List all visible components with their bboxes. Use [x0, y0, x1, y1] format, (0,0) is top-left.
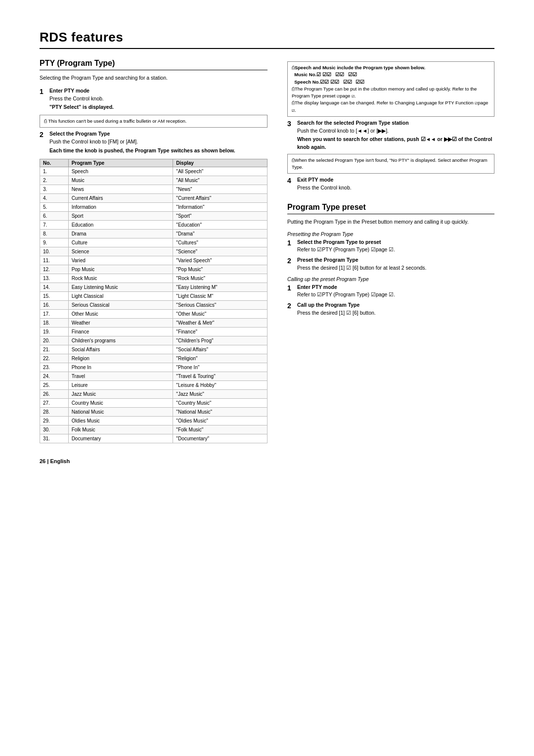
- table-cell-9-2: "Science": [173, 247, 267, 256]
- table-cell-16-2: "Other Music": [173, 309, 267, 318]
- right-note-2: ⎙The Program Type can be put in the ☑but…: [292, 86, 490, 100]
- table-cell-18-2: "Finance": [173, 327, 267, 336]
- step-2-header: Select the Program Type: [49, 130, 267, 138]
- table-row: 29.Oldies Music"Oldies Music": [40, 416, 267, 425]
- table-cell-26-0: 27.: [40, 398, 69, 407]
- step-1-header: Enter PTY mode: [49, 87, 267, 95]
- table-cell-10-0: 11.: [40, 256, 69, 265]
- preset-step-2-number: 2: [287, 256, 295, 265]
- table-row: 15.Light Classical"Light Classic M": [40, 291, 267, 300]
- table-cell-12-0: 13.: [40, 274, 69, 283]
- table-cell-14-0: 15.: [40, 291, 69, 300]
- table-cell-26-1: Country Music: [68, 398, 173, 407]
- table-cell-11-1: Pop Music: [68, 265, 173, 274]
- step-3-line2: When you want to search for other statio…: [297, 136, 494, 151]
- table-row: 1.Speech"All Speech": [40, 167, 267, 176]
- note-icon-1: ⎙: [44, 118, 47, 124]
- table-cell-7-0: 8.: [40, 229, 69, 238]
- table-header-program-type: Program Type: [68, 159, 173, 167]
- table-cell-5-1: Sport: [68, 211, 173, 220]
- table-row: 2.Music"All Music": [40, 176, 267, 185]
- call-step-1-header: Enter PTY mode: [297, 284, 494, 291]
- table-row: 3.News"News": [40, 185, 267, 193]
- table-cell-18-1: Finance: [68, 327, 173, 336]
- step-2-row: 2 Select the Program Type Push the Contr…: [40, 130, 267, 154]
- table-cell-25-1: Jazz Music: [68, 389, 173, 398]
- table-cell-8-1: Culture: [68, 238, 173, 247]
- table-row: 14.Easy Listening Music"Easy Listening M…: [40, 283, 267, 291]
- table-cell-21-1: Religion: [68, 354, 173, 363]
- table-cell-29-2: "Folk Music": [173, 425, 267, 434]
- table-cell-0-2: "All Speech": [173, 167, 267, 176]
- table-cell-6-0: 7.: [40, 220, 69, 229]
- note-box-3: ⎙When the selected Program Type isn't fo…: [287, 154, 494, 174]
- table-cell-29-1: Folk Music: [68, 425, 173, 434]
- preset-step-1-row: 1 Select the Program Type to preset Refe…: [287, 238, 494, 255]
- table-cell-21-2: "Religion": [173, 354, 267, 363]
- table-cell-4-2: "Information": [173, 202, 267, 211]
- call-step-2-header: Call up the Program Type: [297, 301, 494, 309]
- table-row: 4.Current Affairs"Current Affairs": [40, 193, 267, 202]
- table-cell-5-2: "Sport": [173, 211, 267, 220]
- table-cell-12-1: Rock Music: [68, 274, 173, 283]
- preset-step-1-header: Select the Program Type to preset: [297, 238, 494, 246]
- table-cell-19-0: 20.: [40, 336, 69, 345]
- step-3-row: 3 Search for the selected Program Type s…: [287, 119, 494, 151]
- table-row: 6.Sport"Sport": [40, 211, 267, 220]
- table-cell-8-2: "Cultures": [173, 238, 267, 247]
- table-row: 30.Folk Music"Folk Music": [40, 425, 267, 434]
- preset-step-1-line1: Refer to ☑PTY (Program Type) ☑page ☑.: [297, 246, 494, 254]
- table-cell-2-2: "News": [173, 185, 267, 193]
- call-step-2-line1: Press the desired [1] ☑ [6] button.: [297, 309, 494, 317]
- table-cell-22-2: "Phone In": [173, 363, 267, 372]
- right-note-music: Music No.☑ ☑☑ ☑☑ ☑☑: [292, 71, 490, 78]
- step-1-number: 1: [40, 87, 47, 96]
- table-cell-3-0: 4.: [40, 193, 69, 202]
- table-row: 10.Science"Science": [40, 247, 267, 256]
- table-cell-27-0: 28.: [40, 407, 69, 416]
- table-cell-30-2: "Documentary": [173, 434, 267, 443]
- table-row: 17.Other Music"Other Music": [40, 309, 267, 318]
- preset-step-2-row: 2 Preset the Program Type Press the desi…: [287, 256, 494, 273]
- step-2-content: Select the Program Type Push the Control…: [49, 130, 267, 154]
- table-row: 19.Finance"Finance": [40, 327, 267, 336]
- table-row: 7.Education"Education": [40, 220, 267, 229]
- step-2-line1: Push the Control knob to [FM] or [AM].: [49, 138, 267, 146]
- page-footer: 26 | English: [40, 458, 494, 464]
- table-cell-19-2: "Children's Prog": [173, 336, 267, 345]
- note-text-1: This function can't be used during a tra…: [48, 118, 186, 124]
- table-cell-7-1: Drama: [68, 229, 173, 238]
- call-step-2-content: Call up the Program Type Press the desir…: [297, 301, 494, 318]
- note-box-1: ⎙ This function can't be used during a t…: [40, 115, 267, 128]
- table-row: 12.Pop Music"Pop Music": [40, 265, 267, 274]
- step-1-row: 1 Enter PTY mode Press the Control knob.…: [40, 87, 267, 112]
- table-cell-10-1: Varied: [68, 256, 173, 265]
- table-cell-3-2: "Current Affairs": [173, 193, 267, 202]
- right-column: ⎙Speech and Music include the Program ty…: [287, 59, 494, 443]
- table-cell-28-1: Oldies Music: [68, 416, 173, 425]
- table-cell-0-0: 1.: [40, 167, 69, 176]
- table-row: 13.Rock Music"Rock Music": [40, 274, 267, 283]
- table-row: 5.Information"Information": [40, 202, 267, 211]
- table-cell-6-2: "Education": [173, 220, 267, 229]
- preset-step-2-content: Preset the Program Type Press the desire…: [297, 256, 494, 273]
- pty-intro: Selecting the Program Type and searching…: [40, 74, 267, 82]
- step-2-number: 2: [40, 130, 47, 139]
- table-row: 24.Travel"Travel & Touring": [40, 372, 267, 380]
- call-step-2-number: 2: [287, 301, 295, 310]
- presetting-label: Presetting the Program Type: [287, 231, 494, 237]
- table-cell-25-2: "Jazz Music": [173, 389, 267, 398]
- table-cell-23-2: "Travel & Touring": [173, 372, 267, 380]
- table-cell-20-2: "Social Affairs": [173, 345, 267, 354]
- left-column: PTY (Program Type) Selecting the Program…: [40, 59, 267, 443]
- table-cell-12-2: "Rock Music": [173, 274, 267, 283]
- right-note-3: ⎙The display language can be changed. Re…: [292, 99, 490, 114]
- table-cell-28-0: 29.: [40, 416, 69, 425]
- table-cell-13-2: "Easy Listening M": [173, 283, 267, 291]
- table-cell-6-1: Education: [68, 220, 173, 229]
- table-cell-9-1: Science: [68, 247, 173, 256]
- step-4-line1: Press the Control knob.: [297, 184, 494, 192]
- table-row: 16.Serious Classical"Serious Classics": [40, 300, 267, 309]
- table-cell-1-0: 2.: [40, 176, 69, 185]
- table-cell-0-1: Speech: [68, 167, 173, 176]
